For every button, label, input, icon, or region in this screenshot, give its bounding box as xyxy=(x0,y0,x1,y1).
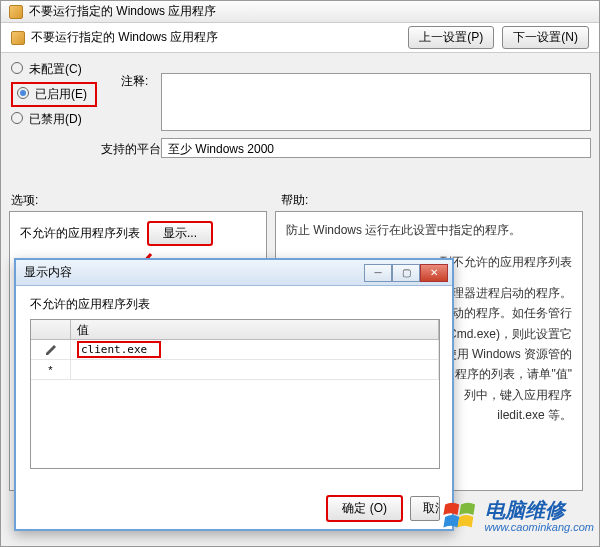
help-label: 帮助: xyxy=(281,192,308,209)
next-setting-button[interactable]: 下一设置(N) xyxy=(502,26,589,49)
platform-label: 支持的平台: xyxy=(101,141,164,158)
comment-textarea[interactable] xyxy=(161,73,591,131)
show-button[interactable]: 显示... xyxy=(148,222,212,245)
grid-row-new[interactable]: * xyxy=(31,360,439,380)
watermark-title: 电脑维修 xyxy=(485,499,594,521)
radio-icon xyxy=(11,62,23,74)
list-label: 不允许的应用程序列表 xyxy=(20,225,140,242)
cancel-button[interactable]: 取消 xyxy=(410,496,440,521)
grid-col-value[interactable]: 值 xyxy=(71,320,439,339)
value-text: client.exe xyxy=(77,341,161,358)
grid-cell-empty[interactable] xyxy=(71,360,439,379)
new-row-indicator: * xyxy=(31,360,71,379)
close-button[interactable]: ✕ xyxy=(420,264,448,282)
windows-logo-icon xyxy=(443,501,479,531)
header-bar: 不要运行指定的 Windows 应用程序 上一设置(P) 下一设置(N) xyxy=(1,23,599,53)
window-title: 不要运行指定的 Windows 应用程序 xyxy=(29,3,216,20)
comment-label: 注释: xyxy=(121,73,148,90)
watermark: 电脑维修 www.caominkang.com xyxy=(443,499,594,533)
show-contents-dialog: 显示内容 ─ ▢ ✕ 不允许的应用程序列表 值 client.exe * xyxy=(14,258,454,531)
edit-indicator xyxy=(31,340,71,359)
radio-label: 未配置(C) xyxy=(29,61,82,78)
dialog-titlebar[interactable]: 显示内容 ─ ▢ ✕ xyxy=(16,260,452,286)
grid-rowheader-col xyxy=(31,320,71,339)
grid-cell-value[interactable]: client.exe xyxy=(71,340,439,359)
prev-setting-button[interactable]: 上一设置(P) xyxy=(408,26,494,49)
page-title: 不要运行指定的 Windows 应用程序 xyxy=(31,29,218,46)
help-line1: 防止 Windows 运行在此设置中指定的程序。 xyxy=(286,220,572,240)
radio-enabled[interactable]: 已启用(E) xyxy=(11,82,97,107)
value-grid[interactable]: 值 client.exe * xyxy=(30,319,440,469)
dialog-title: 显示内容 xyxy=(24,264,72,281)
window-titlebar: 不要运行指定的 Windows 应用程序 xyxy=(1,1,599,23)
radio-label: 已禁用(D) xyxy=(29,111,82,128)
options-label: 选项: xyxy=(11,192,281,209)
radio-icon xyxy=(11,112,23,124)
dialog-list-label: 不允许的应用程序列表 xyxy=(30,296,438,313)
maximize-button[interactable]: ▢ xyxy=(392,264,420,282)
ok-button[interactable]: 确定 (O) xyxy=(327,496,402,521)
minimize-button[interactable]: ─ xyxy=(364,264,392,282)
radio-icon xyxy=(17,87,29,99)
grid-row[interactable]: client.exe xyxy=(31,340,439,360)
platform-value: 至少 Windows 2000 xyxy=(161,138,591,158)
radio-label: 已启用(E) xyxy=(35,86,87,103)
policy-icon xyxy=(9,5,23,19)
pencil-icon xyxy=(45,344,57,356)
watermark-url: www.caominkang.com xyxy=(485,521,594,533)
policy-icon xyxy=(11,31,25,45)
